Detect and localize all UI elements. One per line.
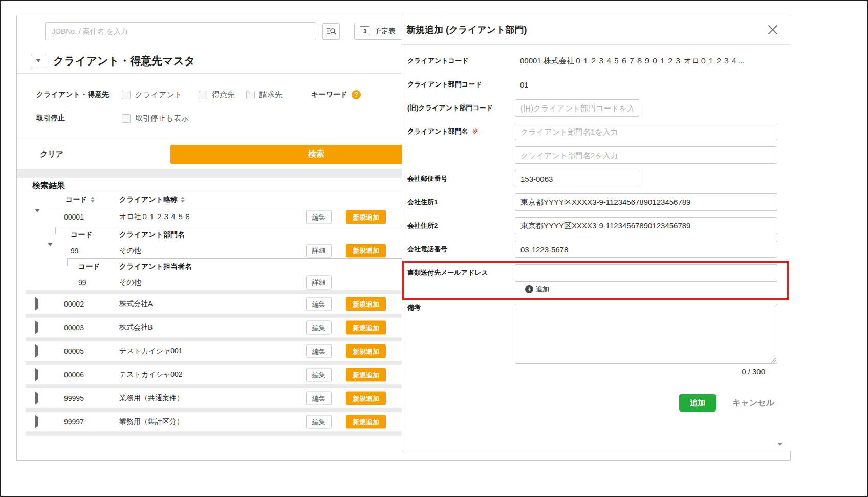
edit-button[interactable]: 編集: [306, 368, 332, 382]
collapse-section-button[interactable]: [31, 54, 46, 68]
filter-suspend-label: 取引停止: [36, 114, 122, 123]
client-code-value: 00001 株式会社０１２３４５６７８９０１２３ オロ０１２３４...: [515, 56, 777, 66]
plus-circle-icon: +: [525, 285, 533, 293]
address-1-input[interactable]: [515, 193, 777, 211]
column-code: コード: [66, 195, 95, 204]
scroll-down-icon[interactable]: [777, 443, 783, 446]
sort-icon[interactable]: [91, 197, 95, 203]
add-new-button[interactable]: 新規追加: [346, 344, 386, 358]
add-new-button[interactable]: 新規追加: [346, 392, 386, 405]
field-address-1: 会社住所1: [407, 193, 777, 211]
add-new-button[interactable]: 新規追加: [346, 368, 386, 382]
checkbox-client[interactable]: クライアント: [122, 90, 182, 100]
row-client-name: 業務用（集計区分）: [119, 417, 184, 426]
cancel-button[interactable]: キャンセル: [729, 397, 777, 409]
collapse-row-icon[interactable]: [35, 212, 40, 222]
edit-button[interactable]: 編集: [306, 297, 332, 311]
clear-button[interactable]: クリア: [40, 149, 63, 159]
field-old-dept-code: (旧)クライアント部門コード: [407, 99, 777, 117]
add-mail-link-label: 追加: [536, 285, 549, 294]
field-label: 備考: [407, 304, 515, 312]
expand-row-icon[interactable]: [35, 299, 38, 309]
dept-name-1-input[interactable]: [515, 123, 777, 140]
expand-row-icon[interactable]: [35, 370, 38, 379]
column-contact-name: クライアント担当者名: [119, 262, 192, 271]
field-label: クライアントコード: [407, 57, 515, 65]
job-search-input[interactable]: [45, 22, 316, 40]
field-mail: 書類送付先メールアドレス: [407, 264, 777, 282]
row-code: 99997: [64, 418, 84, 426]
mail-input[interactable]: [515, 264, 777, 282]
expand-row-icon[interactable]: [35, 347, 38, 356]
memo-textarea[interactable]: [515, 304, 777, 364]
expand-row-icon[interactable]: [35, 323, 38, 332]
field-phone: 会社電話番号: [407, 241, 777, 258]
close-icon[interactable]: [767, 24, 778, 35]
field-dept-code: クライアント部門コード 01: [407, 76, 777, 93]
field-label: 会社住所1: [407, 198, 515, 206]
checkbox-billing[interactable]: 請求先: [246, 90, 283, 100]
column-client-name: クライアント略称: [119, 195, 185, 204]
add-new-button[interactable]: 新規追加: [346, 321, 386, 335]
field-label: 会社郵便番号: [407, 175, 515, 183]
row-code: 00003: [64, 323, 84, 332]
keyword-label: キーワード: [311, 90, 348, 99]
add-department-panel: 新規追加 (クライアント部門) クライアントコード 00001 株式会社０１２３…: [402, 15, 791, 451]
checkbox-icon[interactable]: [199, 91, 207, 99]
expand-row-icon[interactable]: [35, 417, 38, 426]
row-code: 00001: [64, 213, 84, 221]
field-address-2: 会社住所2: [407, 217, 777, 234]
row-code: 99: [71, 247, 79, 255]
dept-name-2-input[interactable]: [515, 146, 777, 164]
checkbox-show-suspended[interactable]: 取引停止も表示: [122, 114, 189, 123]
expand-row-icon[interactable]: [35, 394, 38, 403]
postal-code-input[interactable]: [515, 170, 639, 187]
detail-button[interactable]: 詳細: [306, 244, 332, 257]
panel-actions: 追加 キャンセル: [407, 394, 777, 412]
search-button[interactable]: [322, 23, 340, 40]
row-client-name: テストカイシャ001: [119, 347, 183, 356]
checkbox-icon[interactable]: [122, 114, 131, 123]
memo-wrap: [515, 304, 777, 364]
edit-button[interactable]: 編集: [306, 210, 332, 224]
sort-icon[interactable]: [181, 197, 185, 203]
add-mail-link[interactable]: + 追加: [525, 285, 777, 294]
add-submit-button[interactable]: 追加: [679, 394, 716, 412]
add-new-button[interactable]: 新規追加: [346, 244, 386, 257]
edit-button[interactable]: 編集: [306, 344, 332, 358]
memo-counter: 0 / 300: [520, 367, 765, 376]
checkbox-customer[interactable]: 得意先: [199, 90, 235, 100]
column-code: コード: [71, 230, 93, 240]
checkbox-icon[interactable]: [246, 91, 255, 99]
add-new-button[interactable]: 新規追加: [346, 210, 386, 224]
field-memo: 備考: [407, 304, 777, 364]
detail-button[interactable]: 詳細: [306, 275, 332, 289]
panel-header: 新規追加 (クライアント部門): [402, 15, 791, 45]
field-dept-name-2: [407, 146, 777, 164]
row-code: 99995: [64, 394, 84, 402]
collapse-row-icon[interactable]: [48, 246, 53, 255]
edit-button[interactable]: 編集: [306, 321, 332, 335]
add-new-button[interactable]: 新規追加: [346, 297, 386, 311]
address-2-input[interactable]: [515, 217, 777, 234]
chevron-down-icon: [36, 59, 41, 62]
department-form: クライアントコード 00001 株式会社０１２３４５６７８９０１２３ オロ０１２…: [402, 45, 791, 412]
edit-button[interactable]: 編集: [306, 392, 332, 405]
column-department-name: クライアント部門名: [119, 230, 185, 240]
filter-type-label: クライアント・得意先: [36, 90, 122, 99]
old-dept-code-input[interactable]: [515, 99, 639, 117]
search-lines-icon: [326, 27, 336, 36]
row-department-name: その他: [119, 246, 141, 255]
row-code: 00006: [64, 371, 84, 379]
edit-button[interactable]: 編集: [306, 415, 332, 429]
page-title: クライアント・得意先マスタ: [53, 54, 195, 68]
field-label: クライアント部門コード: [407, 80, 515, 89]
add-new-button[interactable]: 新規追加: [346, 415, 386, 429]
field-label: (旧)クライアント部門コード: [407, 104, 515, 112]
checkbox-icon[interactable]: [122, 91, 131, 99]
help-icon[interactable]: ?: [352, 90, 361, 99]
phone-input[interactable]: [515, 241, 777, 258]
field-client-code: クライアントコード 00001 株式会社０１２３４５６７８９０１２３ オロ０１２…: [407, 52, 777, 70]
row-client-name: テストカイシャ002: [119, 370, 183, 379]
dept-code-value: 01: [515, 80, 777, 89]
